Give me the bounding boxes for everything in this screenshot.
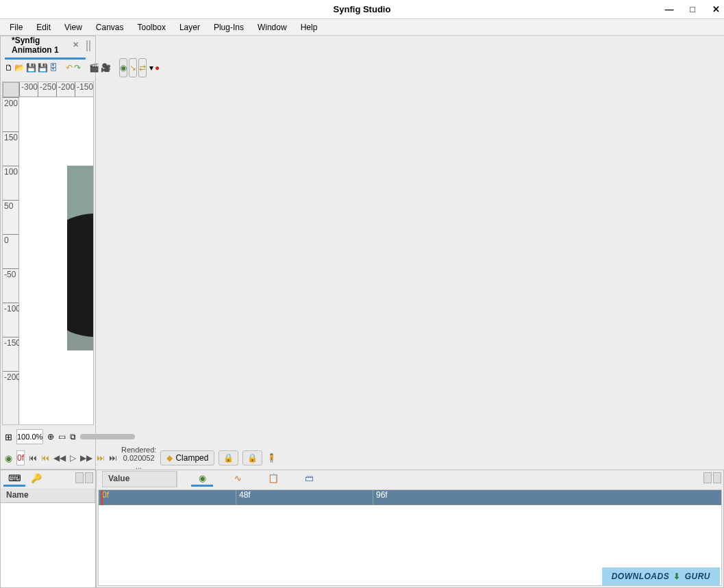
canvas-content[interactable] xyxy=(19,97,93,424)
folder-open-icon: 📂 xyxy=(14,63,25,73)
undo-button[interactable]: ↶ xyxy=(66,58,73,77)
menu-canvas[interactable]: Canvas xyxy=(90,21,129,34)
params-col-name[interactable]: Name xyxy=(1,488,95,502)
sets-icon: 🗃 xyxy=(303,473,314,484)
params-panel: ⌨ 🔑 Name xyxy=(0,470,96,588)
zoom-1to1-button[interactable]: ▭ xyxy=(58,427,66,446)
zoom-fit-button[interactable]: ⊕ xyxy=(47,427,54,446)
ruler-tick: -150 xyxy=(75,82,93,97)
current-frame-input[interactable]: 0f xyxy=(16,450,25,465)
menu-view[interactable]: View xyxy=(59,21,88,34)
timeline-tick: 0f xyxy=(99,490,236,504)
canvas-viewport[interactable]: -300-250-200-150-100-50050100150200250 2… xyxy=(2,81,94,425)
open-file-button[interactable]: 📂 xyxy=(14,58,25,77)
ruler-tick: 100 xyxy=(3,166,18,200)
ruler-tick: -100 xyxy=(3,303,18,337)
dock-grip-icon[interactable] xyxy=(75,472,94,484)
timeline-tick: 96f xyxy=(373,490,510,504)
curves-tab[interactable]: ∿ xyxy=(227,472,249,487)
tab-close-icon[interactable]: ✕ xyxy=(73,40,79,49)
h-scrollbar[interactable] xyxy=(80,434,135,439)
render-button[interactable]: 🎬 xyxy=(89,58,99,77)
diamond-icon: ◆ xyxy=(166,453,173,463)
grid-icon[interactable]: ⊞ xyxy=(5,431,12,442)
new-file-button[interactable]: 🗋 xyxy=(5,58,13,77)
record-button[interactable]: ● xyxy=(155,58,160,77)
menu-edit[interactable]: Edit xyxy=(31,21,56,34)
timeline-cursor[interactable] xyxy=(101,490,103,505)
ruler-horizontal[interactable]: -300-250-200-150-100-50050100150200250 xyxy=(19,82,93,97)
params-icon: ⌨ xyxy=(9,473,20,484)
save-as-icon: 💾 xyxy=(38,63,48,73)
clamped-button[interactable]: ◆Clamped xyxy=(160,450,214,465)
params-body[interactable] xyxy=(1,503,95,587)
ruler-tick: -200 xyxy=(56,82,75,97)
onion-skin-button[interactable]: ◉ xyxy=(119,58,127,77)
maximize-button[interactable]: □ xyxy=(687,4,698,14)
keyframe-lock-future-button[interactable]: 🔒 xyxy=(242,450,262,465)
save-all-button[interactable]: 🗄 xyxy=(49,58,58,77)
params-tab[interactable]: ⌨ xyxy=(3,472,25,487)
ruler-tick: 200 xyxy=(3,97,18,131)
timetrack-icon: ◉ xyxy=(197,473,208,484)
ruler-tick: -150 xyxy=(3,337,18,371)
seek-start-button[interactable]: ⏮ xyxy=(29,450,37,465)
save-as-button[interactable]: 💾 xyxy=(38,58,48,77)
menu-help[interactable]: Help xyxy=(295,21,323,34)
minimize-button[interactable]: — xyxy=(664,4,675,14)
onion-icon: ◉ xyxy=(120,63,127,73)
redo-button[interactable]: ↷ xyxy=(74,58,81,77)
clamped-label: Clamped xyxy=(175,453,208,463)
animate-mode-icon[interactable]: ◉ xyxy=(5,452,12,463)
watermark: DOWNLOADS ⬇ GURU xyxy=(602,567,720,585)
ruler-vertical[interactable]: 200150100500-50-100-150-200 xyxy=(3,97,19,424)
document-tab[interactable]: *Synfig Animation 1 ✕ xyxy=(5,33,86,60)
keyframes-tab[interactable]: 🔑 xyxy=(25,472,47,487)
animate-toggle-button[interactable]: 🧍 xyxy=(266,450,277,465)
timetrack-tab[interactable]: ◉ xyxy=(191,472,213,487)
seek-end-button[interactable]: ⏭ xyxy=(109,450,117,465)
record-icon: ● xyxy=(155,63,160,73)
ruler-tick: -200 xyxy=(3,371,18,405)
keyframe-future-button[interactable]: ⇄ xyxy=(138,58,147,77)
ruler-tick: -300 xyxy=(19,82,38,97)
ruler-corner[interactable] xyxy=(3,82,19,97)
dropdown-button[interactable]: ▾ xyxy=(149,58,153,77)
watermark-suffix: GURU xyxy=(685,572,710,581)
ruler-tick: -50 xyxy=(3,268,18,303)
sets-tab[interactable]: 🗃 xyxy=(298,472,320,487)
titlebar: Synfig Studio — □ ✕ xyxy=(0,0,724,19)
render-status: Rendered: 0.020052 ... xyxy=(121,446,156,470)
clapper-icon: 🎬 xyxy=(89,63,99,73)
prev-frame-button[interactable]: ◀◀ xyxy=(53,450,66,465)
dock-grip-icon[interactable] xyxy=(86,41,91,51)
document-tab-label: *Synfig Animation 1 xyxy=(12,36,68,55)
redo-icon: ↷ xyxy=(74,63,81,73)
watermark-brand: DOWNLOADS xyxy=(612,572,670,581)
menu-file[interactable]: File xyxy=(4,21,28,34)
canvas-panel: *Synfig Animation 1 ✕ 🗋 📂 💾 💾 🗄 ↶ ↷ 🎬 🎥 … xyxy=(0,36,96,470)
close-button[interactable]: ✕ xyxy=(710,4,721,14)
zoom-page-button[interactable]: ⧉ xyxy=(70,427,76,446)
zoom-display[interactable]: 100.0% xyxy=(16,429,43,444)
dock-grip-icon[interactable] xyxy=(703,472,722,484)
metadata-tab[interactable]: 📋 xyxy=(262,472,284,487)
menu-plugins[interactable]: Plug-Ins xyxy=(208,21,249,34)
keyframe-lock-past-button[interactable]: 🔒 xyxy=(219,450,238,465)
canvas-artwork xyxy=(67,166,94,350)
preview-button[interactable]: 🎥 xyxy=(101,58,111,77)
menu-layer[interactable]: Layer xyxy=(174,21,205,34)
download-icon: ⬇ xyxy=(673,572,681,581)
save-button[interactable]: 💾 xyxy=(26,58,36,77)
menu-window[interactable]: Window xyxy=(252,21,292,34)
play-button[interactable]: ▷ xyxy=(70,450,76,465)
next-frame-button[interactable]: ▶▶ xyxy=(80,450,92,465)
menu-toolbox[interactable]: Toolbox xyxy=(132,21,171,34)
keyframe-past-button[interactable]: ↘ xyxy=(129,58,137,77)
timeline-ruler[interactable]: 0f 48f 96f xyxy=(99,490,721,505)
ruler-tick: 0 xyxy=(3,234,18,268)
prev-keyframe-button[interactable]: ⏮ xyxy=(41,450,49,465)
timeline-tick: 48f xyxy=(236,490,373,504)
params-col-value[interactable]: Value xyxy=(103,472,177,487)
next-keyframe-button[interactable]: ⏭ xyxy=(97,450,105,465)
